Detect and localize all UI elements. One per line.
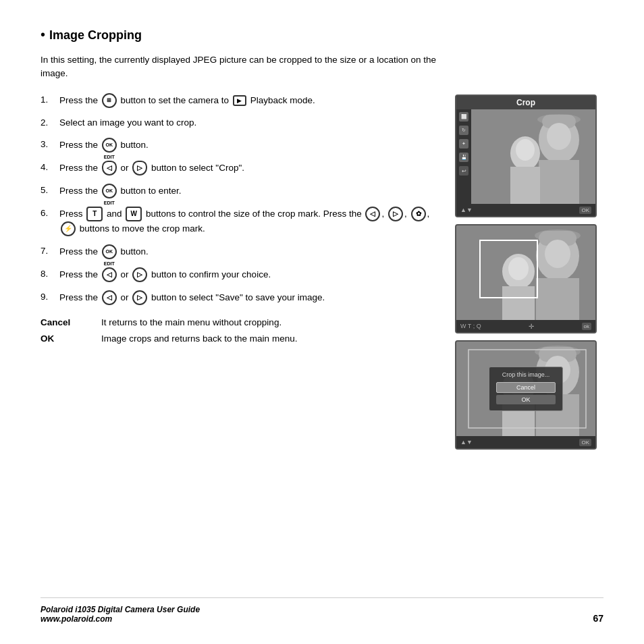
steps-list: 1. Press the ⊞ button to set the camera … [41, 93, 441, 305]
screen3-body: Crop this image... Cancel OK [456, 342, 595, 436]
step-num: 1. [41, 93, 59, 107]
camera-screen-1: Crop ⬜ ↻ ✦ 💾 ↩ [455, 95, 597, 217]
intro-text: In this setting, the currently displayed… [41, 53, 441, 81]
footer-product: Polaroid i1035 Digital Camera User Guide [41, 605, 200, 614]
step-item: 7. Press the OKEDIT button. [41, 244, 441, 259]
step-num: 4. [41, 161, 59, 174]
screen1-body: ⬜ ↻ ✦ 💾 ↩ [456, 109, 595, 204]
step-num: 5. [41, 184, 59, 197]
step-item: 6. Press T and W buttons to control the … [41, 207, 441, 236]
cancel-btn[interactable]: Cancel [496, 382, 556, 393]
svg-point-17 [545, 240, 570, 268]
page-footer: Polaroid i1035 Digital Camera User Guide… [41, 597, 603, 624]
svg-point-16 [508, 257, 529, 280]
screen1-footer: ▲▼ OK [456, 204, 595, 216]
ok-edit-icon-3: OKEDIT [102, 244, 117, 259]
back-icon: ↩ [459, 166, 468, 176]
left-dial-icon-3: ◁ [102, 290, 117, 305]
screen1-image [471, 109, 595, 204]
step-num: 9. [41, 290, 59, 304]
save-icon: 💾 [459, 153, 468, 162]
wt-icons: W T ; Q [460, 323, 481, 329]
step-text: Press the OKEDIT button to enter. [59, 184, 441, 198]
filter-icon: ✦ [459, 139, 468, 149]
step-item: 2. Select an image you want to crop. [41, 116, 441, 130]
menu-btn-icon: ⊞ [102, 93, 117, 108]
step-text: Press the ◁ or ▷ button to confirm your … [59, 267, 441, 282]
rotate-icon: ↻ [459, 126, 468, 135]
left-dial-icon: ◁ [102, 161, 117, 176]
svg-point-7 [516, 139, 535, 161]
result-table: Cancel It returns to the main menu witho… [41, 316, 441, 346]
nav-arrows-3: ▲▼ [460, 439, 473, 446]
svg-rect-11 [536, 278, 579, 320]
t-btn-icon: T [86, 207, 103, 221]
ok-badge-1: OK [579, 207, 591, 214]
footer-url: www.polaroid.com [41, 614, 200, 624]
content-area: • Image Cropping In this setting, the cu… [41, 27, 603, 591]
step-text: Press the OKEDIT button. [59, 244, 441, 259]
ok-badge-2: ok [582, 323, 591, 330]
step-text: Press the OKEDIT button. [59, 138, 441, 153]
left-icon: ◁ [365, 207, 380, 221]
step-num: 7. [41, 244, 59, 258]
svg-point-8 [547, 123, 571, 150]
step-item: 1. Press the ⊞ button to set the camera … [41, 93, 441, 108]
step-text: Press the ◁ or ▷ button to select "Save"… [59, 290, 441, 305]
step-num: 2. [41, 116, 59, 130]
ok-edit-icon-2: OKEDIT [102, 184, 117, 198]
down-icon: ⚡ [61, 221, 76, 236]
step-text: Select an image you want to crop. [59, 116, 441, 130]
ok-val: Image crops and returns back to the main… [101, 332, 441, 346]
up-icon: ✿ [411, 207, 426, 221]
left-column: • Image Cropping In this setting, the cu… [41, 27, 455, 591]
screen1-svg [471, 109, 595, 204]
screen2-svg [456, 225, 595, 320]
right-column: Crop ⬜ ↻ ✦ 💾 ↩ [455, 27, 603, 591]
camera-screen-3: Crop this image... Cancel OK ▲▼ OK [455, 340, 597, 450]
step-text: Press T and W buttons to control the siz… [59, 207, 441, 236]
ok-badge-3: OK [579, 439, 591, 446]
crop-icon: ⬜ [459, 112, 468, 122]
screen2-body [456, 225, 595, 320]
step-item: 9. Press the ◁ or ▷ button to select "Sa… [41, 290, 441, 305]
dialog-title: Crop this image... [496, 371, 556, 378]
step-num: 6. [41, 207, 59, 220]
svg-rect-2 [539, 160, 579, 204]
step-num: 3. [41, 138, 59, 151]
step-item: 3. Press the OKEDIT button. [41, 138, 441, 153]
bullet-dot: • [41, 27, 45, 43]
confirm-dialog: Crop this image... Cancel OK [489, 367, 563, 411]
section-title: Image Cropping [49, 28, 142, 43]
footer-page-number: 67 [593, 613, 603, 624]
ok-btn[interactable]: OK [496, 395, 556, 404]
screen1-titlebar: Crop [456, 96, 595, 109]
ok-key: OK [41, 332, 101, 346]
screen1-sidebar: ⬜ ↻ ✦ 💾 ↩ [456, 109, 471, 204]
svg-rect-15 [502, 286, 535, 320]
screen3-footer: ▲▼ OK [456, 436, 595, 448]
nav-arrows-1: ▲▼ [460, 207, 473, 213]
ok-edit-icon: OKEDIT [102, 138, 117, 153]
footer-left: Polaroid i1035 Digital Camera User Guide… [41, 605, 200, 624]
right-dial-icon-3: ▷ [132, 290, 147, 305]
step-item: 4. Press the ◁ or ▷ button to select "Cr… [41, 161, 441, 176]
step-num: 8. [41, 267, 59, 281]
right-dial-icon-2: ▷ [132, 267, 147, 282]
right-dial-icon: ▷ [132, 161, 147, 176]
right-icon: ▷ [388, 207, 403, 221]
move-icon: ✛ [529, 323, 534, 330]
result-row-ok: OK Image crops and returns back to the m… [41, 332, 441, 346]
step-text: Press the ◁ or ▷ button to select "Crop"… [59, 161, 441, 176]
w-btn-icon: W [126, 207, 142, 221]
result-row-cancel: Cancel It returns to the main menu witho… [41, 316, 441, 329]
cancel-key: Cancel [41, 316, 101, 329]
screen2-footer: W T ; Q ✛ ok [456, 320, 595, 332]
step-item: 5. Press the OKEDIT button to enter. [41, 184, 441, 198]
camera-screen-2: W T ; Q ✛ ok [455, 224, 597, 333]
step-text: Press the ⊞ button to set the camera to … [59, 93, 441, 108]
left-dial-icon-2: ◁ [102, 267, 117, 282]
page: • Image Cropping In this setting, the cu… [0, 0, 644, 644]
step-item: 8. Press the ◁ or ▷ button to confirm yo… [41, 267, 441, 282]
cancel-val: It returns to the main menu without crop… [101, 316, 441, 329]
